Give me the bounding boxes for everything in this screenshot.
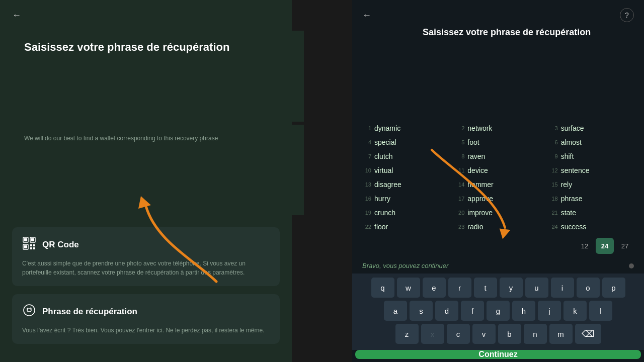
word-number: 17 [455, 196, 464, 202]
word-item: 18phrase [545, 192, 638, 206]
word-number: 23 [455, 224, 464, 230]
word-value: hammer [467, 180, 493, 189]
phrase-card[interactable]: Phrase de récupération Vous l'avez écrit… [12, 294, 280, 344]
svg-rect-7 [33, 244, 35, 246]
keyboard-row-3: zxcvbnm⌫ [355, 324, 641, 344]
word-item: 12sentence [545, 163, 638, 177]
keyboard-row-2: asdfghjkl [355, 301, 641, 321]
word-grid: 1dynamic2network3surface4special5foot6al… [352, 121, 644, 234]
status-text: Bravo, vous pouvez continuer [362, 262, 448, 269]
key-w[interactable]: w [397, 278, 420, 298]
word-item: 3surface [545, 121, 638, 135]
word-value: foot [467, 138, 479, 146]
word-number: 12 [549, 167, 558, 173]
word-value: almost [561, 138, 582, 146]
word-number: 5 [455, 139, 464, 145]
key-e[interactable]: e [423, 278, 446, 298]
word-value: crunch [374, 209, 395, 217]
word-number: 10 [362, 167, 371, 173]
pagination: 12 24 27 [352, 234, 644, 258]
phrase-card-header: Phrase de récupération [22, 303, 270, 320]
key-i[interactable]: i [551, 278, 574, 298]
word-value: special [374, 138, 396, 146]
key-u[interactable]: u [525, 278, 548, 298]
word-item: 21state [545, 206, 638, 220]
right-back-button[interactable]: ← [362, 10, 371, 21]
word-item: 16hurry [358, 192, 451, 206]
key-l[interactable]: l [589, 301, 612, 321]
qr-card-desc: C'est aussi simple que de prendre une ph… [22, 259, 270, 277]
key-d[interactable]: d [435, 301, 458, 321]
phrase-card-desc: Vous l'avez écrit ? Très bien. Vous pouv… [22, 326, 270, 335]
key-j[interactable]: j [538, 301, 561, 321]
word-value: rely [561, 180, 573, 189]
key-m[interactable]: m [549, 324, 573, 344]
word-value: sentence [561, 166, 590, 174]
word-item: 17approve [451, 192, 544, 206]
key-o[interactable]: o [577, 278, 600, 298]
word-number: 1 [362, 125, 371, 131]
word-item: 2network [451, 121, 544, 135]
key-g[interactable]: g [487, 301, 510, 321]
status-bar: Bravo, vous pouvez continuer [352, 258, 644, 274]
status-dot [629, 263, 634, 268]
word-number: 9 [549, 153, 558, 159]
word-item: 19crunch [358, 206, 451, 220]
left-title: Saisissez votre phrase de récupération [12, 31, 304, 122]
svg-rect-9 [33, 247, 35, 249]
help-icon[interactable]: ? [620, 8, 634, 22]
word-number: 13 [362, 182, 371, 188]
word-value: shift [561, 152, 574, 160]
left-back-button[interactable]: ← [12, 10, 24, 21]
page-27-button[interactable]: 27 [616, 238, 634, 254]
qr-card-title: QR Code [42, 240, 79, 250]
word-item: 11device [451, 163, 544, 177]
svg-rect-6 [30, 244, 32, 246]
word-number: 3 [549, 125, 558, 131]
word-item: 5foot [451, 135, 544, 149]
phrase-card-title: Phrase de récupération [42, 307, 137, 317]
qr-card-header: QR Code [22, 236, 270, 253]
key-k[interactable]: k [564, 301, 587, 321]
key-c[interactable]: c [447, 324, 470, 344]
word-item: 1dynamic [358, 121, 451, 135]
key-x[interactable]: x [421, 324, 444, 344]
key-f[interactable]: f [461, 301, 484, 321]
key-v[interactable]: v [472, 324, 496, 344]
word-number: 22 [362, 224, 371, 230]
qr-code-card[interactable]: QR Code C'est aussi simple que de prendr… [12, 227, 280, 286]
word-item: 4special [358, 135, 451, 149]
key-s[interactable]: s [410, 301, 433, 321]
word-item: 10virtual [358, 163, 451, 177]
key-r[interactable]: r [448, 278, 471, 298]
key-t[interactable]: t [474, 278, 497, 298]
word-value: floor [374, 223, 388, 231]
svg-rect-1 [24, 238, 27, 241]
page-24-button[interactable]: 24 [596, 238, 614, 254]
backspace-key[interactable]: ⌫ [575, 324, 601, 344]
word-number: 24 [549, 224, 558, 230]
word-number: 8 [455, 153, 464, 159]
svg-rect-8 [30, 247, 32, 249]
word-number: 11 [455, 167, 464, 173]
word-value: raven [467, 152, 485, 160]
key-p[interactable]: p [602, 278, 625, 298]
key-y[interactable]: y [500, 278, 523, 298]
word-number: 19 [362, 210, 371, 216]
continue-button[interactable]: Continuez [355, 350, 641, 359]
key-z[interactable]: z [395, 324, 419, 344]
word-value: dynamic [374, 124, 400, 132]
key-b[interactable]: b [498, 324, 521, 344]
word-item: 6almost [545, 135, 638, 149]
key-h[interactable]: h [512, 301, 535, 321]
right-header: ← ? [352, 0, 644, 27]
page-12-button[interactable]: 12 [576, 238, 594, 254]
word-item: 8raven [451, 149, 544, 163]
word-value: surface [561, 124, 584, 132]
key-q[interactable]: q [371, 278, 394, 298]
word-number: 2 [455, 125, 464, 131]
key-n[interactable]: n [524, 324, 547, 344]
word-value: network [467, 124, 492, 132]
word-item: 14hammer [451, 177, 544, 192]
key-a[interactable]: a [384, 301, 407, 321]
